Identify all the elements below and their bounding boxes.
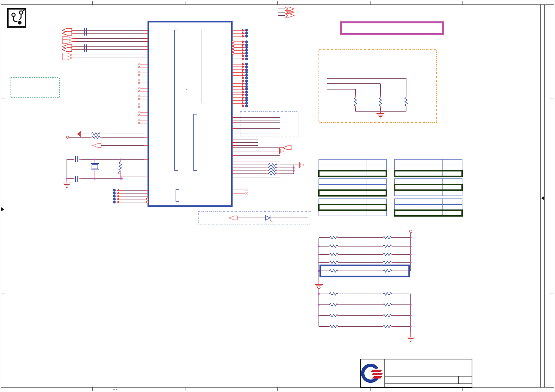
table <box>319 199 386 216</box>
main-ic-symbol <box>148 22 232 206</box>
table-highlight-row <box>319 190 386 196</box>
table <box>395 159 462 176</box>
left-nc-pins <box>138 63 148 124</box>
blue-note-box-1 <box>240 112 298 137</box>
top-right-port-arrows <box>278 7 294 17</box>
resistor-networks <box>315 230 415 342</box>
title-block <box>360 359 472 387</box>
table-highlight-row <box>319 171 386 176</box>
schematic-sheet <box>0 0 555 392</box>
bottom-edge-mark <box>113 389 119 390</box>
table <box>319 179 386 196</box>
ic-bracket <box>202 30 205 103</box>
schematic-canvas <box>0 0 555 392</box>
left-port-arrows <box>62 28 148 60</box>
ic-bracket <box>176 190 179 201</box>
table-highlight-row <box>319 204 386 210</box>
ic-bracket <box>194 114 197 170</box>
green-note-box <box>11 78 59 98</box>
pcb-trace-icon <box>8 9 26 27</box>
table-highlight-row <box>395 210 462 216</box>
crystal-oscillator-circuit <box>63 156 148 188</box>
right-mid-wires <box>232 118 304 195</box>
table-highlight-row <box>395 171 462 176</box>
magenta-highlight-box <box>341 22 443 34</box>
sheet-border <box>1 1 554 391</box>
config-tables <box>319 159 462 216</box>
table <box>395 199 462 216</box>
diode-note-row <box>229 215 308 222</box>
right-dot-pins <box>232 29 248 107</box>
left-zone-arrow-icon <box>1 207 4 211</box>
table <box>319 159 386 176</box>
table-highlight-row <box>395 184 462 190</box>
orange-note-box <box>319 50 436 122</box>
right-zone-arrow-icon <box>541 196 544 200</box>
bottom-left-dot-ports <box>113 189 148 203</box>
table <box>395 179 462 196</box>
ic-bracket <box>175 30 178 170</box>
left-pull-rows <box>67 131 149 147</box>
termination-resistors-to-ground <box>327 78 407 118</box>
zone-ticks <box>1 1 554 391</box>
